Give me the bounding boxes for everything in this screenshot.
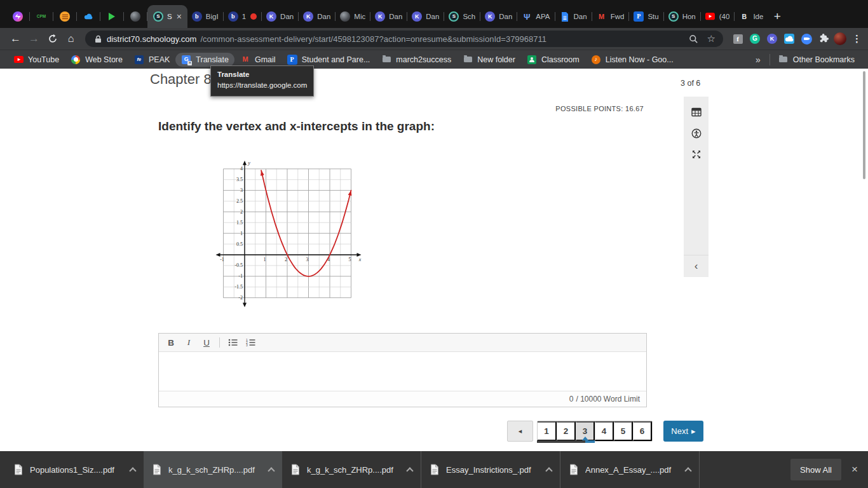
forward-button[interactable]: → bbox=[25, 30, 43, 48]
bookmark-classroom[interactable]: Classroom bbox=[521, 53, 585, 67]
download-chip[interactable]: k_g_k_sch_ZHRp....pdf bbox=[144, 451, 282, 488]
browser-tab[interactable]: SS× bbox=[147, 5, 187, 28]
bookmarks-list: YouTubeWeb StorefePEAKGaTranslateMGmailP… bbox=[8, 53, 679, 67]
address-bar[interactable]: district70.schoology.com/common-assessme… bbox=[85, 30, 723, 47]
browser-tab[interactable]: b1 bbox=[224, 5, 261, 28]
bookmark-translate[interactable]: GaTranslate bbox=[175, 53, 234, 67]
numbered-list-icon: 123 bbox=[245, 337, 255, 348]
chevron-up-icon[interactable] bbox=[406, 467, 413, 474]
facebook-extension-button[interactable]: f bbox=[733, 34, 743, 44]
avatar-icon bbox=[834, 32, 846, 45]
bookmark-gmail[interactable]: MGmail bbox=[234, 53, 281, 67]
download-chip[interactable]: k_g_k_sch_ZHRp....pdf bbox=[282, 451, 421, 488]
scrollbar-thumb[interactable] bbox=[863, 71, 865, 179]
profile-avatar[interactable] bbox=[834, 32, 846, 45]
chevron-up-icon[interactable] bbox=[129, 467, 136, 474]
page-button-2[interactable]: 2 bbox=[557, 421, 576, 441]
pdf-icon bbox=[290, 464, 301, 475]
pinned-tab[interactable] bbox=[6, 5, 29, 28]
word-limit: / 10000 Word Limit bbox=[576, 395, 641, 403]
pinned-tab[interactable] bbox=[100, 5, 123, 28]
bookmark-student-and-pare-[interactable]: PStudent and Pare... bbox=[281, 53, 376, 67]
bookmark-label: Listen Now - Goo... bbox=[606, 55, 674, 64]
browser-tab[interactable]: KDan bbox=[299, 5, 335, 28]
page-button-1[interactable]: 1 bbox=[538, 421, 557, 441]
download-filename: Annex_A_Essay_....pdf bbox=[585, 465, 679, 475]
kami-extension-button[interactable]: K bbox=[767, 34, 777, 44]
search-button[interactable] bbox=[689, 34, 699, 44]
bold-button[interactable]: B bbox=[163, 335, 179, 350]
bookmark-march2success[interactable]: march2success bbox=[376, 53, 457, 67]
docs-icon bbox=[560, 11, 570, 22]
next-button[interactable]: Next▸ bbox=[663, 421, 703, 442]
chevron-up-icon[interactable] bbox=[684, 467, 691, 474]
powerschool-icon: P bbox=[634, 11, 644, 22]
bookmark-youtube[interactable]: YouTube bbox=[8, 53, 65, 67]
bookmarks-overflow-button[interactable]: » bbox=[749, 55, 767, 65]
zoomvideo-extension-button[interactable] bbox=[801, 34, 812, 44]
browser-tab[interactable]: ΨAPA bbox=[517, 5, 554, 28]
kami-icon: K bbox=[767, 34, 777, 44]
bookmark-peak[interactable]: fePEAK bbox=[128, 53, 175, 67]
page-button-4[interactable]: 4 bbox=[595, 421, 614, 441]
pinned-tab[interactable] bbox=[77, 5, 100, 28]
underline-button[interactable]: U bbox=[198, 335, 215, 350]
reload-button[interactable] bbox=[43, 30, 62, 48]
puzzle-extension-button[interactable] bbox=[819, 34, 829, 44]
download-chip[interactable]: Annex_A_Essay_....pdf bbox=[560, 451, 699, 488]
tab-title: Dan bbox=[426, 13, 439, 20]
bookmark-web-store[interactable]: Web Store bbox=[65, 53, 128, 67]
collapse-panel-button[interactable]: ‹ bbox=[684, 255, 709, 277]
bookmark-star-button[interactable]: ☆ bbox=[707, 33, 715, 44]
bookmark-new-folder[interactable]: New folder bbox=[457, 53, 521, 67]
bookmark-label: New folder bbox=[477, 55, 515, 64]
other-bookmarks-button[interactable]: Other Bookmarks bbox=[773, 53, 860, 67]
accessibility-tool-button[interactable] bbox=[684, 123, 709, 144]
fullscreen-tool-button[interactable] bbox=[684, 144, 709, 165]
show-all-downloads-button[interactable]: Show All bbox=[790, 459, 841, 480]
new-tab-button[interactable]: + bbox=[768, 5, 787, 28]
back-button[interactable]: ← bbox=[6, 30, 25, 48]
cloudext-extension-button[interactable] bbox=[784, 34, 794, 44]
browser-tab[interactable]: bBigI bbox=[187, 5, 223, 28]
browser-tab[interactable]: MFwd bbox=[592, 5, 629, 28]
pinned-tab[interactable] bbox=[124, 5, 147, 28]
pinned-tab[interactable] bbox=[53, 5, 76, 28]
tab-strip: CPM SS×bBigIb1KDanKDanMicKDanKDanSSchKDa… bbox=[0, 0, 868, 28]
browser-tab[interactable]: Dan bbox=[555, 5, 592, 28]
close-downloads-bar-button[interactable]: × bbox=[841, 463, 868, 476]
tab-close-button[interactable]: × bbox=[177, 12, 182, 21]
page-button-6[interactable]: 6 bbox=[633, 421, 652, 441]
numbered-list-button[interactable]: 123 bbox=[242, 335, 259, 350]
bookmark-listen-now-goo-[interactable]: ♪Listen Now - Goo... bbox=[585, 53, 679, 67]
browser-tab[interactable]: PStu bbox=[629, 5, 663, 28]
browser-tab[interactable]: SHon bbox=[664, 5, 700, 28]
download-chip[interactable]: Essay_Instrictions_.pdf bbox=[421, 451, 560, 488]
browser-tab[interactable]: KDan bbox=[480, 5, 517, 28]
previous-page-button[interactable]: ◂ bbox=[507, 421, 533, 442]
svg-text:3: 3 bbox=[240, 187, 243, 193]
pinned-tab[interactable]: CPM bbox=[30, 5, 53, 28]
extensions-row: fGK bbox=[728, 34, 834, 44]
chevron-up-icon[interactable] bbox=[268, 467, 275, 474]
current-page-caret bbox=[582, 437, 588, 440]
browser-tab[interactable]: KDan bbox=[262, 5, 298, 28]
grammarly-extension-button[interactable]: G bbox=[750, 34, 760, 44]
bullet-list-button[interactable] bbox=[224, 335, 241, 350]
home-button[interactable]: ⌂ bbox=[62, 30, 80, 48]
editor-textarea[interactable] bbox=[159, 352, 646, 391]
chevron-up-icon[interactable] bbox=[545, 467, 552, 474]
kami-icon: K bbox=[266, 11, 276, 22]
calculator-tool-button[interactable] bbox=[684, 102, 709, 123]
download-chip[interactable]: Populations1_Siz....pdf bbox=[5, 451, 144, 488]
browser-menu-button[interactable]: ⋮ bbox=[852, 33, 862, 44]
browser-tab[interactable]: (40 bbox=[701, 5, 735, 28]
svg-text:1.5: 1.5 bbox=[236, 220, 243, 226]
browser-tab[interactable]: KDan bbox=[407, 5, 444, 28]
page-button-5[interactable]: 5 bbox=[614, 421, 633, 441]
browser-tab[interactable]: Mic bbox=[336, 5, 370, 28]
browser-tab[interactable]: SSch bbox=[444, 5, 480, 28]
browser-tab[interactable]: BIde bbox=[735, 5, 768, 28]
italic-button[interactable]: I bbox=[180, 335, 197, 350]
browser-tab[interactable]: KDan bbox=[370, 5, 407, 28]
